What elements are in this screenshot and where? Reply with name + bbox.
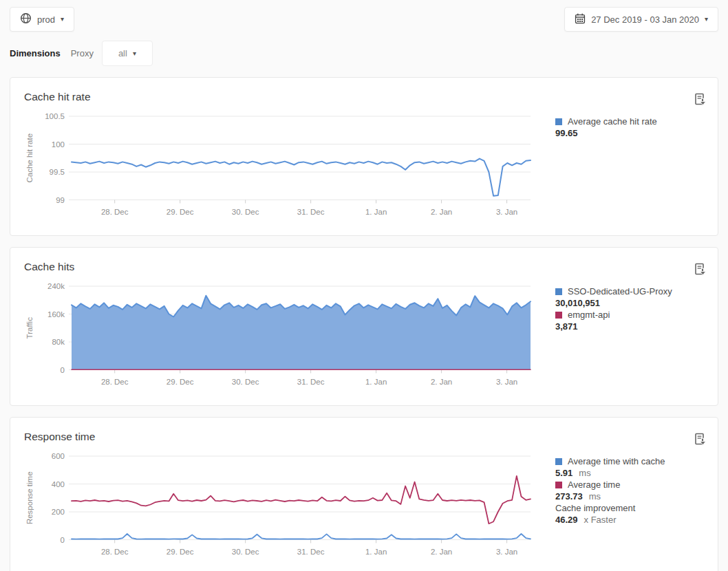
x-axis-tick-label: 31. Dec (297, 548, 325, 556)
x-axis-tick-label: 2. Jan (431, 378, 452, 386)
y-axis-tick-label: 600 (52, 452, 65, 460)
chart-row: 240k160k80k028. Dec29. Dec30. Dec31. Dec… (10, 280, 718, 405)
x-axis-tick-label: 29. Dec (167, 208, 194, 216)
environment-selector[interactable]: prod ▾ (10, 7, 74, 32)
legend-item: Average time with cache (555, 455, 711, 467)
chart-card-1: Cache hits 240k160k80k028. Dec29. Dec30.… (10, 247, 718, 406)
environment-label: prod (37, 14, 55, 25)
y-axis-tick-label: 80k (52, 338, 65, 346)
legend-value: 46.29 (555, 515, 578, 525)
chart-legend: Average cache hit rate99.65 (553, 110, 715, 223)
card-title: Cache hits (10, 248, 718, 273)
dimensions-label: Dimensions (10, 48, 61, 58)
y-axis-tick-label: 0 (61, 366, 65, 374)
chart-plot: 600400200028. Dec29. Dec30. Dec31. Dec1.… (10, 450, 553, 563)
proxy-filter-select[interactable]: all ▾ (102, 41, 153, 66)
legend-value: 5.91 (555, 468, 572, 478)
legend-value-row: 30,010,951 (555, 297, 711, 309)
x-axis: 28. Dec29. Dec30. Dec31. Dec1. Jan2. Jan… (101, 200, 517, 216)
legend-value-row: 46.29x Faster (555, 514, 711, 526)
legend-swatch-icon (555, 288, 562, 295)
x-axis-tick-label: 28. Dec (101, 548, 129, 556)
x-axis-tick-label: 30. Dec (232, 208, 259, 216)
legend-item: SSO-Dedicated-UG-Proxy (555, 286, 711, 297)
legend-swatch-icon (555, 312, 562, 319)
gridlines: 100.510099.599 (45, 112, 531, 204)
x-axis-tick-label: 2. Jan (431, 208, 452, 216)
x-axis-tick-label: 30. Dec (232, 378, 259, 386)
calendar-icon (575, 13, 586, 26)
y-axis-tick-label: 200 (52, 508, 65, 516)
chevron-down-icon: ▾ (705, 16, 708, 23)
legend-item: Cache improvement (555, 502, 711, 514)
card-title: Cache hit rate (10, 78, 718, 103)
x-axis-tick-label: 31. Dec (297, 378, 325, 386)
series-line-Average cache hit rate (72, 159, 531, 196)
chart-card-2: Response time 600400200028. Dec29. Dec30… (10, 417, 718, 571)
x-axis: 28. Dec29. Dec30. Dec31. Dec1. Jan2. Jan… (101, 370, 517, 386)
legend-label: emgmt-api (568, 309, 610, 321)
chart-row: 100.510099.59928. Dec29. Dec30. Dec31. D… (10, 110, 718, 235)
legend-swatch-icon (555, 118, 562, 125)
legend-unit: ms (589, 491, 601, 502)
legend-label: Average time with cache (568, 455, 665, 467)
y-axis-tick-label: 99.5 (50, 168, 65, 176)
x-axis-tick-label: 28. Dec (101, 378, 129, 386)
y-axis-tick-label: 160k (47, 310, 65, 319)
x-axis-tick-label: 28. Dec (101, 208, 129, 216)
y-axis-tick-label: 0 (61, 536, 65, 544)
chart-row: 600400200028. Dec29. Dec30. Dec31. Dec1.… (10, 450, 718, 571)
y-axis-title: Traffic (25, 317, 34, 339)
x-axis-tick-label: 3. Jan (496, 378, 517, 386)
x-axis-tick-label: 2. Jan (431, 548, 452, 556)
proxy-filter-value: all (118, 48, 127, 58)
legend-label: SSO-Dedicated-UG-Proxy (568, 286, 672, 297)
legend-value: 30,010,951 (555, 298, 600, 308)
export-report-icon[interactable] (694, 433, 707, 450)
x-axis: 28. Dec29. Dec30. Dec31. Dec1. Jan2. Jan… (101, 540, 517, 556)
legend-value-row: 3,871 (555, 321, 711, 332)
dimension-name-proxy: Proxy (71, 48, 94, 58)
legend-label: Average cache hit rate (568, 116, 657, 127)
x-axis-tick-label: 1. Jan (365, 378, 387, 386)
export-report-icon[interactable] (694, 263, 707, 280)
x-axis-tick-label: 3. Jan (496, 548, 517, 556)
legend-swatch-icon (555, 458, 562, 465)
globe-icon (20, 12, 32, 26)
y-axis-tick-label: 240k (47, 282, 65, 290)
legend-value: 3,871 (555, 321, 578, 332)
legend-item: Average cache hit rate (555, 116, 711, 127)
legend-value: 99.65 (555, 128, 578, 138)
chart-legend: Average time with cache5.91msAverage tim… (553, 450, 715, 563)
x-axis-tick-label: 3. Jan (496, 208, 517, 216)
legend-label: Average time (568, 479, 620, 491)
y-axis-title: Response time (25, 471, 34, 524)
series-line-Average time with cache (72, 534, 531, 539)
chart-card-0: Cache hit rate 100.510099.59928. Dec29. … (10, 77, 718, 236)
legend-swatch-icon (555, 482, 562, 488)
legend-unit: ms (579, 468, 590, 478)
legend-value-row: 273.73ms (555, 491, 711, 502)
card-title: Response time (10, 418, 718, 443)
chevron-down-icon: ▾ (61, 16, 64, 23)
x-axis-tick-label: 29. Dec (167, 548, 194, 556)
legend-item: emgmt-api (555, 309, 711, 321)
legend-value-row: 5.91ms (555, 467, 711, 479)
legend-label: Cache improvement (555, 502, 635, 514)
x-axis-tick-label: 29. Dec (167, 378, 194, 386)
gridlines: 6004002000 (52, 452, 531, 544)
top-bar: prod ▾ 27 Dec 2019 - 03 Jan 2020 ▾ (0, 0, 728, 32)
y-axis-tick-label: 400 (52, 480, 65, 488)
x-axis-tick-label: 1. Jan (365, 548, 387, 556)
chart-legend: SSO-Dedicated-UG-Proxy30,010,951emgmt-ap… (553, 280, 715, 393)
x-axis-tick-label: 31. Dec (297, 208, 325, 216)
legend-unit: x Faster (584, 515, 617, 525)
dimensions-bar: Dimensions Proxy all ▾ (0, 32, 728, 66)
x-axis-tick-label: 1. Jan (365, 208, 387, 216)
date-range-picker[interactable]: 27 Dec 2019 - 03 Jan 2020 ▾ (564, 7, 718, 32)
legend-value: 273.73 (555, 491, 583, 502)
export-report-icon[interactable] (694, 93, 707, 110)
chart-plot: 100.510099.59928. Dec29. Dec30. Dec31. D… (10, 110, 553, 223)
chart-plot: 240k160k80k028. Dec29. Dec30. Dec31. Dec… (10, 280, 553, 393)
legend-item: Average time (555, 479, 711, 491)
